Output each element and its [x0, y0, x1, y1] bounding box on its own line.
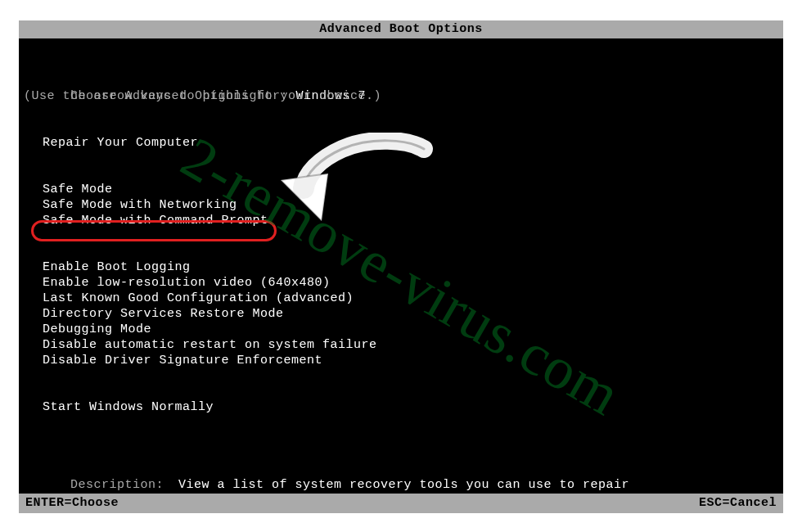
option-last-known-good[interactable]: Last Known Good Configuration (advanced)	[24, 291, 778, 306]
option-safe-mode-networking[interactable]: Safe Mode with Networking	[24, 197, 778, 213]
option-boot-logging[interactable]: Enable Boot Logging	[24, 259, 778, 275]
option-debugging[interactable]: Debugging Mode	[24, 322, 778, 337]
option-safe-mode-cmd[interactable]: Safe Mode with Command Prompt	[24, 213, 778, 228]
status-esc: ESC=Cancel	[699, 494, 777, 513]
choose-line: Choose Advanced Options for: Windows 7	[24, 73, 778, 88]
option-safe-mode[interactable]: Safe Mode	[24, 182, 778, 197]
boot-screen: Advanced Boot Options Choose Advanced Op…	[19, 20, 783, 513]
status-enter: ENTER=Choose	[25, 494, 119, 513]
description-label: Description:	[70, 477, 178, 493]
status-bar: ENTER=Choose ESC=Cancel	[19, 494, 783, 513]
content-area: Choose Advanced Options for: Windows 7 (…	[19, 38, 783, 494]
option-disable-driver-sig[interactable]: Disable Driver Signature Enforcement	[24, 353, 778, 368]
description-line-1: View a list of system recovery tools you…	[178, 477, 629, 493]
option-disable-auto-restart[interactable]: Disable automatic restart on system fail…	[24, 337, 778, 353]
option-low-res[interactable]: Enable low-resolution video (640x480)	[24, 275, 778, 291]
title-text: Advanced Boot Options	[319, 22, 483, 36]
description-row-1: Description:View a list of system recove…	[24, 462, 778, 477]
title-bar: Advanced Boot Options	[19, 20, 783, 38]
option-ds-restore[interactable]: Directory Services Restore Mode	[24, 306, 778, 322]
option-start-normally[interactable]: Start Windows Normally	[24, 399, 778, 415]
hint-line: (Use the arrow keys to highlight your ch…	[24, 88, 778, 104]
option-repair-computer[interactable]: Repair Your Computer	[24, 135, 778, 151]
